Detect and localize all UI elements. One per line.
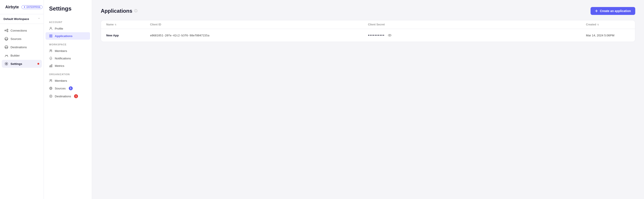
builder-icon xyxy=(4,54,8,58)
settings-nav-sources-org[interactable]: Sources 5 xyxy=(44,84,92,92)
applications-page-title: Applications xyxy=(101,8,132,14)
sidebar-item-connections[interactable]: Connections xyxy=(2,26,42,34)
connections-icon xyxy=(4,28,8,32)
settings-nav-metrics[interactable]: Metrics xyxy=(44,62,92,70)
applications-table: Name ⇅ Client ID Client Secret Created ⇅… xyxy=(101,20,635,42)
destinations-badge: 1 xyxy=(74,94,78,98)
profile-label: Profile xyxy=(55,27,63,30)
settings-nav-destinations-org[interactable]: Destinations 1 xyxy=(44,92,92,100)
settings-notification-dot xyxy=(38,63,39,65)
created-sort-icon[interactable]: ⇅ xyxy=(597,24,599,26)
svg-point-28 xyxy=(136,10,136,10)
org-sources-label: Sources xyxy=(55,87,66,90)
main-nav: Connections Sources Destin xyxy=(0,24,44,199)
svg-rect-14 xyxy=(50,36,50,37)
bell-icon xyxy=(49,56,52,60)
plus-icon xyxy=(595,10,598,12)
workspace-section-label: WORKSPACE xyxy=(44,42,92,47)
sources-icon xyxy=(4,37,8,41)
svg-point-10 xyxy=(6,63,7,64)
sources-label: Sources xyxy=(10,37,22,40)
svg-point-22 xyxy=(51,80,52,80)
org-members-label: Members xyxy=(55,79,67,82)
applications-header: Applications Create an application xyxy=(101,7,635,15)
header-client-id: Client ID xyxy=(150,23,368,26)
header-created: Created ⇅ xyxy=(586,23,630,26)
settings-nav-applications[interactable]: Applications xyxy=(46,32,90,40)
svg-rect-18 xyxy=(50,66,50,67)
svg-point-1 xyxy=(5,30,6,31)
org-people-icon xyxy=(49,79,52,82)
settings-nav-members-ws[interactable]: Members xyxy=(44,47,92,54)
sources-badge: 5 xyxy=(69,86,73,90)
chevron-down-icon: ⌃ xyxy=(38,18,40,20)
sidebar-item-builder[interactable]: Builder xyxy=(2,52,42,60)
sidebar-item-settings[interactable]: Settings xyxy=(2,60,42,68)
org-destinations-icon xyxy=(49,94,52,98)
destinations-label: Destinations xyxy=(10,46,27,49)
metrics-label: Metrics xyxy=(55,64,64,68)
svg-point-31 xyxy=(388,34,391,36)
reveal-secret-button[interactable] xyxy=(387,32,392,38)
header-name: Name ⇅ xyxy=(106,23,150,26)
star-icon xyxy=(24,6,26,8)
create-application-button[interactable]: Create an application xyxy=(590,7,635,15)
sidebar-item-sources[interactable]: Sources xyxy=(2,35,42,43)
svg-point-16 xyxy=(50,50,51,51)
settings-nav-profile[interactable]: Profile xyxy=(44,25,92,32)
settings-label: Settings xyxy=(10,62,22,66)
info-icon[interactable] xyxy=(134,9,138,13)
settings-nav-members-org[interactable]: Members xyxy=(44,77,92,84)
svg-point-2 xyxy=(7,29,8,30)
settings-nav-notifications[interactable]: Notifications xyxy=(44,54,92,62)
org-destinations-label: Destinations xyxy=(55,95,71,98)
svg-rect-19 xyxy=(50,65,51,67)
svg-point-11 xyxy=(50,27,52,28)
table-row: New App e0681051-20fe-42c2-b3f6-98ef8047… xyxy=(101,29,635,42)
sidebar: Airbyte ENTERPRISE Default Workspace ⌃ xyxy=(0,0,44,199)
workspace-selector[interactable]: Default Workspace ⌃ xyxy=(0,14,44,24)
person-icon xyxy=(49,27,52,30)
eye-icon xyxy=(388,33,392,37)
settings-icon xyxy=(4,62,8,66)
sidebar-item-destinations[interactable]: Destinations xyxy=(2,43,42,51)
name-sort-icon[interactable]: ⇅ xyxy=(114,24,116,26)
logo-area: Airbyte ENTERPRISE xyxy=(0,0,44,14)
svg-point-17 xyxy=(51,50,52,51)
svg-rect-20 xyxy=(52,64,52,67)
bar-chart-icon xyxy=(49,64,52,68)
content-area: Applications Create an application xyxy=(92,0,644,199)
enterprise-badge: ENTERPRISE xyxy=(22,5,42,9)
svg-line-5 xyxy=(6,31,7,31)
builder-label: Builder xyxy=(10,54,20,57)
account-section-label: ACCOUNT xyxy=(44,19,92,25)
created-cell: Mar 14, 2024 5:06PM xyxy=(586,34,630,37)
applications-label: Applications xyxy=(55,34,72,38)
header-client-secret: Client Secret xyxy=(368,23,586,26)
svg-point-21 xyxy=(50,80,51,81)
settings-sidebar: Settings ACCOUNT Profile Applic xyxy=(44,0,92,199)
applications-title-row: Applications xyxy=(101,8,138,14)
client-secret-cell: •••••••••• xyxy=(368,32,586,38)
create-app-label: Create an application xyxy=(600,9,631,13)
svg-point-3 xyxy=(7,31,8,32)
org-sources-icon xyxy=(49,86,52,90)
notifications-label: Notifications xyxy=(55,57,71,60)
destinations-icon xyxy=(4,45,8,49)
svg-rect-13 xyxy=(51,35,52,36)
connections-label: Connections xyxy=(10,29,27,32)
app-name-cell: New App xyxy=(106,34,150,37)
app-name: Airbyte xyxy=(5,5,19,10)
svg-point-32 xyxy=(389,35,390,36)
grid-icon xyxy=(49,34,52,38)
people-icon xyxy=(49,49,52,52)
secret-masked: •••••••••• xyxy=(368,33,385,37)
organization-section-label: ORGANIZATION xyxy=(44,71,92,77)
svg-rect-15 xyxy=(51,36,52,37)
settings-layout: Settings ACCOUNT Profile Applic xyxy=(44,0,644,199)
settings-title: Settings xyxy=(44,5,92,17)
svg-rect-12 xyxy=(50,35,50,36)
client-id-cell: e0681051-20fe-42c2-b3f6-98ef8047155a xyxy=(150,34,368,37)
svg-line-4 xyxy=(6,30,7,30)
table-header-row: Name ⇅ Client ID Client Secret Created ⇅ xyxy=(101,20,635,29)
